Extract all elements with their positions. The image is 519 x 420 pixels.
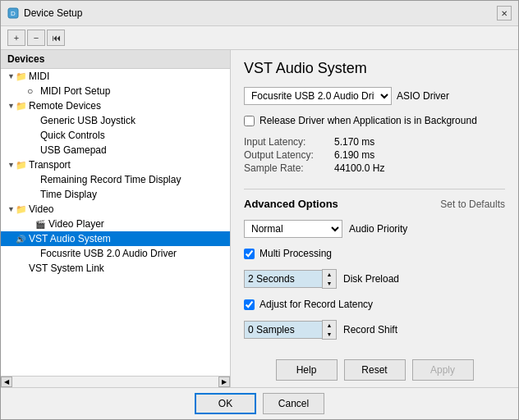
audio-priority-label: Audio Priority	[349, 223, 407, 235]
record-shift-up[interactable]: ▲	[323, 321, 336, 330]
disk-preload-buttons: ▲ ▼	[322, 269, 337, 289]
asio-label: ASIO Driver	[397, 90, 449, 102]
output-latency-label: Output Latency:	[244, 149, 334, 161]
apply-button[interactable]: Apply	[412, 359, 474, 381]
tree-item-usb-gamepad[interactable]: USB Gamepad	[1, 143, 230, 158]
audio-priority-select[interactable]: Normal Boost High	[244, 220, 342, 238]
adjust-record-row: Adjust for Record Latency	[244, 299, 505, 310]
tree-item-vst-system-link[interactable]: VST System Link	[1, 261, 230, 276]
bottom-buttons: OK Cancel	[1, 387, 518, 419]
tree-item-generic-joystick[interactable]: Generic USB Joystick	[1, 113, 230, 128]
output-latency-value: 6.190 ms	[334, 149, 505, 161]
device-tree[interactable]: ▼ 📁 MIDI ○ MIDI Port Setup ▼ 📁 Remote De…	[1, 69, 230, 376]
left-panel: Devices ▼ 📁 MIDI ○ MIDI Port Setup	[1, 50, 231, 387]
record-shift-down[interactable]: ▼	[323, 330, 336, 339]
input-latency-value: 5.170 ms	[334, 136, 505, 148]
tree-item-time-display[interactable]: Time Display	[1, 187, 230, 202]
info-grid: Input Latency: 5.170 ms Output Latency: …	[244, 136, 505, 174]
release-driver-label: Release Driver when Application is in Ba…	[260, 115, 477, 126]
tree-item-midi[interactable]: ▼ 📁 MIDI	[1, 69, 230, 84]
adjust-record-checkbox[interactable]	[244, 299, 255, 310]
tree-item-transport[interactable]: ▼ 📁 Transport	[1, 158, 230, 172]
window-icon: D	[7, 7, 19, 19]
divider	[244, 189, 505, 189]
toolbar: + − ⏮	[1, 26, 518, 50]
scroll-right-btn[interactable]: ▶	[218, 377, 230, 387]
release-driver-checkbox[interactable]	[244, 116, 255, 126]
multi-processing-row: Multi Processing	[244, 248, 505, 259]
cancel-button[interactable]: Cancel	[263, 393, 324, 414]
remove-button[interactable]: −	[27, 30, 45, 46]
sample-rate-value: 44100.0 Hz	[334, 162, 505, 174]
tree-item-midi-port[interactable]: ○ MIDI Port Setup	[1, 84, 230, 98]
driver-row: Focusrite USB 2.0 Audio Driver Generic L…	[244, 87, 505, 105]
close-button[interactable]: ✕	[497, 6, 512, 21]
ok-button[interactable]: OK	[195, 393, 256, 414]
disk-preload-label: Disk Preload	[343, 273, 399, 285]
tree-item-quick-controls[interactable]: Quick Controls	[1, 128, 230, 143]
tree-item-video[interactable]: ▼ 📁 Video	[1, 202, 230, 217]
advanced-options-title: Advanced Options	[244, 198, 338, 210]
horizontal-scrollbar[interactable]: ◀ ▶	[1, 376, 230, 387]
adjust-record-label: Adjust for Record Latency	[260, 299, 373, 310]
devices-header: Devices	[1, 50, 230, 69]
driver-select[interactable]: Focusrite USB 2.0 Audio Driver Generic L…	[244, 87, 392, 105]
release-driver-row: Release Driver when Application is in Ba…	[244, 115, 505, 126]
help-reset-apply-row: Help Reset Apply	[244, 349, 505, 381]
tree-item-remote-devices[interactable]: ▼ 📁 Remote Devices	[1, 98, 230, 113]
window-title: Device Setup	[24, 7, 82, 19]
record-shift-spinner: ▲ ▼	[244, 320, 337, 340]
disk-preload-down[interactable]: ▼	[323, 279, 336, 288]
record-shift-buttons: ▲ ▼	[322, 320, 337, 340]
multi-processing-label: Multi Processing	[260, 248, 332, 259]
refresh-button[interactable]: ⏮	[47, 30, 65, 46]
advanced-options-row: Advanced Options Set to Defaults	[244, 198, 505, 210]
disk-preload-row: ▲ ▼ Disk Preload	[244, 269, 505, 289]
reset-button[interactable]: Reset	[344, 359, 406, 381]
tree-item-remaining-record[interactable]: Remaining Record Time Display	[1, 172, 230, 187]
svg-text:D: D	[11, 10, 16, 17]
multi-processing-checkbox[interactable]	[244, 249, 255, 259]
help-button[interactable]: Help	[276, 359, 338, 381]
title-bar: D Device Setup ✕	[1, 1, 518, 26]
panel-title: VST Audio System	[244, 60, 505, 77]
scroll-track[interactable]	[12, 377, 218, 387]
sample-rate-label: Sample Rate:	[244, 162, 334, 174]
tree-item-focusrite-driver[interactable]: Focusrite USB 2.0 Audio Driver	[1, 246, 230, 261]
disk-preload-input[interactable]	[244, 270, 322, 288]
main-content: Devices ▼ 📁 MIDI ○ MIDI Port Setup	[1, 50, 518, 387]
disk-preload-spinner: ▲ ▼	[244, 269, 337, 289]
record-shift-label: Record Shift	[343, 324, 397, 336]
record-shift-input[interactable]	[244, 321, 322, 339]
record-shift-row: ▲ ▼ Record Shift	[244, 320, 505, 340]
audio-priority-row: Normal Boost High Audio Priority	[244, 220, 505, 238]
scroll-left-btn[interactable]: ◀	[1, 377, 12, 387]
right-panel: VST Audio System Focusrite USB 2.0 Audio…	[231, 50, 518, 387]
tree-item-vst-audio-system[interactable]: 🔊 VST Audio System	[1, 231, 230, 246]
disk-preload-up[interactable]: ▲	[323, 270, 336, 279]
add-button[interactable]: +	[7, 30, 25, 46]
device-setup-window: D Device Setup ✕ + − ⏮ Devices ▼ 📁 MIDI	[0, 0, 519, 420]
tree-item-video-player[interactable]: 🎬 Video Player	[1, 217, 230, 231]
set-defaults-link[interactable]: Set to Defaults	[440, 199, 505, 210]
input-latency-label: Input Latency:	[244, 136, 334, 148]
